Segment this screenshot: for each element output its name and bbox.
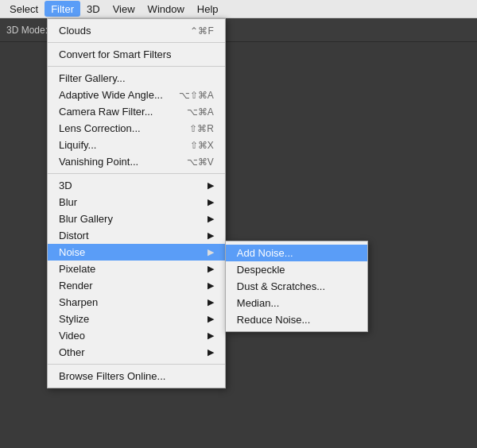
menu-item-distort[interactable]: Distort ▶ — [48, 227, 225, 244]
submenu-item-add-noise[interactable]: Add Noise... — [226, 245, 367, 261]
menu-item-lens-correction[interactable]: Lens Correction... ⇧⌘R — [48, 120, 225, 137]
menu-item-vanishing-point[interactable]: Vanishing Point... ⌥⌘V — [48, 153, 225, 170]
menu-item-camera-raw[interactable]: Camera Raw Filter... ⌥⌘A — [48, 103, 225, 120]
filter-dropdown: Clouds ⌃⌘F Convert for Smart Filters Fil… — [47, 18, 226, 388]
menu-item-other[interactable]: Other ▶ — [48, 344, 225, 361]
separator-1 — [48, 42, 225, 43]
noise-submenu: Add Noise... Despeckle Dust & Scratches.… — [225, 241, 368, 332]
submenu-item-despeckle[interactable]: Despeckle — [226, 261, 367, 278]
menu-item-browse-filters[interactable]: Browse Filters Online... — [48, 368, 225, 384]
menu-bar: Select Filter 3D View Window Help — [0, 0, 477, 18]
menu-filter[interactable]: Filter — [45, 1, 80, 17]
separator-4 — [48, 364, 225, 365]
menu-item-liquify[interactable]: Liquify... ⇧⌘X — [48, 137, 225, 153]
menu-item-clouds[interactable]: Clouds ⌃⌘F — [48, 22, 225, 39]
menu-item-filter-gallery[interactable]: Filter Gallery... — [48, 70, 225, 87]
filter-menu: Clouds ⌃⌘F Convert for Smart Filters Fil… — [47, 18, 226, 388]
submenu-item-dust-scratches[interactable]: Dust & Scratches... — [226, 278, 367, 295]
menu-item-3d[interactable]: 3D ▶ — [48, 177, 225, 194]
menu-item-blur[interactable]: Blur ▶ — [48, 194, 225, 210]
menu-item-sharpen[interactable]: Sharpen ▶ — [48, 294, 225, 311]
submenu-item-reduce-noise[interactable]: Reduce Noise... — [226, 311, 367, 328]
menu-3d[interactable]: 3D — [80, 1, 107, 17]
menu-item-video[interactable]: Video ▶ — [48, 327, 225, 344]
separator-3 — [48, 173, 225, 174]
menu-item-adaptive-wide[interactable]: Adaptive Wide Angle... ⌥⇧⌘A — [48, 87, 225, 103]
menu-item-stylize[interactable]: Stylize ▶ — [48, 311, 225, 327]
menu-item-blur-gallery[interactable]: Blur Gallery ▶ — [48, 210, 225, 227]
menu-item-render[interactable]: Render ▶ — [48, 277, 225, 294]
menu-item-pixelate[interactable]: Pixelate ▶ — [48, 261, 225, 277]
menu-window[interactable]: Window — [142, 1, 191, 17]
menu-help[interactable]: Help — [191, 1, 225, 17]
menu-item-smart-filters[interactable]: Convert for Smart Filters — [48, 46, 225, 63]
separator-2 — [48, 66, 225, 67]
3d-mode-label: 3D Mode: — [6, 25, 48, 36]
submenu-item-median[interactable]: Median... — [226, 295, 367, 311]
menu-view[interactable]: View — [107, 1, 142, 17]
menu-item-noise[interactable]: Noise ▶ Add Noise... Despeckle Dust & Sc… — [48, 244, 225, 261]
menu-select[interactable]: Select — [3, 1, 45, 17]
